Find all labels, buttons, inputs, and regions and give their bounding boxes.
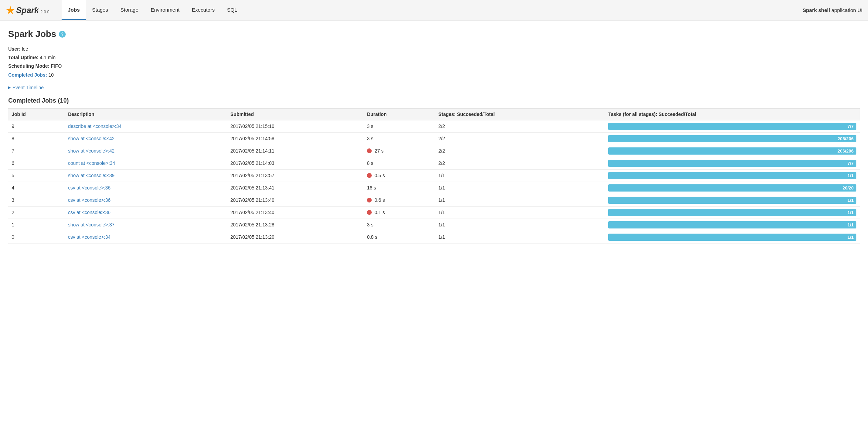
task-progress-bar: 206/206 (608, 135, 856, 142)
spark-star-icon: ★ (5, 5, 15, 16)
task-progress-bar: 7/7 (608, 160, 856, 167)
col-submitted: Submitted (227, 108, 363, 120)
col-duration: Duration (363, 108, 435, 120)
nav-stages[interactable]: Stages (86, 0, 114, 20)
cell-description: show at <console>:37 (65, 219, 227, 231)
cell-tasks: 1/1 (605, 231, 860, 243)
cell-duration: 3 s (363, 132, 435, 145)
description-link[interactable]: show at <console>:37 (68, 222, 115, 227)
cell-stages: 1/1 (435, 219, 605, 231)
cell-tasks: 1/1 (605, 219, 860, 231)
cell-stages: 2/2 (435, 157, 605, 169)
nav-executors[interactable]: Executors (186, 0, 221, 20)
nav-jobs[interactable]: Jobs (62, 0, 86, 20)
completed-jobs-row: Completed Jobs: 10 (8, 71, 860, 79)
help-icon[interactable]: ? (59, 31, 66, 38)
cell-job-id: 2 (8, 206, 65, 219)
duration-value: 8 s (367, 160, 373, 166)
cell-tasks: 206/206 (605, 145, 860, 157)
task-progress-bar: 1/1 (608, 172, 856, 179)
cell-duration: 8 s (363, 157, 435, 169)
jobs-table: Job Id Description Submitted Duration St… (8, 108, 860, 244)
cell-stages: 1/1 (435, 206, 605, 219)
app-title-rest: application UI (830, 7, 863, 13)
cell-job-id: 9 (8, 120, 65, 133)
page-title-area: Spark Jobs ? (8, 29, 860, 39)
cell-tasks: 20/20 (605, 182, 860, 194)
cell-duration: 3 s (363, 120, 435, 133)
completed-section-title: Completed Jobs (10) (8, 97, 860, 104)
task-progress-bar: 206/206 (608, 147, 856, 155)
duration-value: 0.5 s (374, 173, 385, 178)
cell-stages: 2/2 (435, 145, 605, 157)
cell-tasks: 206/206 (605, 132, 860, 145)
cell-stages: 1/1 (435, 169, 605, 182)
cell-duration: 3 s (363, 219, 435, 231)
task-progress-bar: 7/7 (608, 123, 856, 130)
description-link[interactable]: csv at <console>:34 (68, 234, 111, 240)
cell-stages: 1/1 (435, 231, 605, 243)
cell-description: csv at <console>:36 (65, 194, 227, 206)
cell-submitted: 2017/02/05 21:13:41 (227, 182, 363, 194)
app-title-bold: Spark shell (803, 7, 830, 13)
logo-area: ★ Spark 2.0.0 (5, 5, 53, 16)
duration-value: 3 s (367, 222, 373, 227)
task-progress-bar: 1/1 (608, 221, 856, 228)
scheduling-value: FIFO (51, 63, 62, 69)
completed-value: 10 (48, 72, 54, 78)
task-progress-bar: 1/1 (608, 209, 856, 216)
description-link[interactable]: show at <console>:42 (68, 136, 115, 141)
description-link[interactable]: csv at <console>:36 (68, 197, 111, 203)
red-dot-icon (367, 148, 372, 153)
event-timeline[interactable]: Event Timeline (8, 85, 860, 90)
navbar: ★ Spark 2.0.0 Jobs Stages Storage Enviro… (0, 0, 868, 21)
nav-sql[interactable]: SQL (221, 0, 243, 20)
cell-job-id: 4 (8, 182, 65, 194)
cell-tasks: 7/7 (605, 120, 860, 133)
page-title: Spark Jobs (8, 29, 56, 39)
header-row: Job Id Description Submitted Duration St… (8, 108, 860, 120)
version-label: 2.0.0 (40, 10, 50, 14)
description-link[interactable]: show at <console>:39 (68, 173, 115, 178)
logo-text: Spark (16, 5, 39, 15)
cell-duration: 0.1 s (363, 206, 435, 219)
cell-tasks: 1/1 (605, 206, 860, 219)
table-row: 9describe at <console>:342017/02/05 21:1… (8, 120, 860, 133)
duration-value: 27 s (374, 148, 383, 154)
table-row: 3csv at <console>:362017/02/05 21:13:400… (8, 194, 860, 206)
main-content: Spark Jobs ? User: lee Total Uptime: 4.1… (0, 21, 868, 252)
nav-storage[interactable]: Storage (114, 0, 145, 20)
cell-job-id: 1 (8, 219, 65, 231)
duration-value: 0.6 s (374, 197, 385, 203)
completed-jobs-link[interactable]: Completed Jobs: (8, 72, 48, 78)
cell-duration: 0.6 s (363, 194, 435, 206)
nav-environment[interactable]: Environment (144, 0, 186, 20)
table-row: 5show at <console>:392017/02/05 21:13:57… (8, 169, 860, 182)
task-progress-bar: 20/20 (608, 184, 856, 192)
cell-tasks: 1/1 (605, 169, 860, 182)
scheduling-label: Scheduling Mode: (8, 63, 50, 69)
nav-links: Jobs Stages Storage Environment Executor… (62, 0, 803, 20)
duration-value: 3 s (367, 123, 373, 129)
cell-submitted: 2017/02/05 21:14:03 (227, 157, 363, 169)
cell-description: csv at <console>:34 (65, 231, 227, 243)
description-link[interactable]: csv at <console>:36 (68, 185, 111, 191)
uptime-row: Total Uptime: 4.1 min (8, 53, 860, 62)
red-dot-icon (367, 198, 372, 202)
description-link[interactable]: show at <console>:42 (68, 148, 115, 154)
cell-stages: 1/1 (435, 194, 605, 206)
cell-description: show at <console>:42 (65, 145, 227, 157)
table-row: 7show at <console>:422017/02/05 21:14:11… (8, 145, 860, 157)
table-row: 0csv at <console>:342017/02/05 21:13:200… (8, 231, 860, 243)
description-link[interactable]: describe at <console>:34 (68, 123, 122, 129)
event-timeline-label: Event Timeline (12, 85, 44, 90)
table-header: Job Id Description Submitted Duration St… (8, 108, 860, 120)
cell-submitted: 2017/02/05 21:13:40 (227, 206, 363, 219)
description-link[interactable]: count at <console>:34 (68, 160, 115, 166)
description-link[interactable]: csv at <console>:36 (68, 210, 111, 215)
duration-value: 0.8 s (367, 234, 377, 240)
col-tasks: Tasks (for all stages): Succeeded/Total (605, 108, 860, 120)
uptime-value: 4.1 min (40, 55, 55, 60)
cell-submitted: 2017/02/05 21:13:20 (227, 231, 363, 243)
cell-submitted: 2017/02/05 21:13:57 (227, 169, 363, 182)
